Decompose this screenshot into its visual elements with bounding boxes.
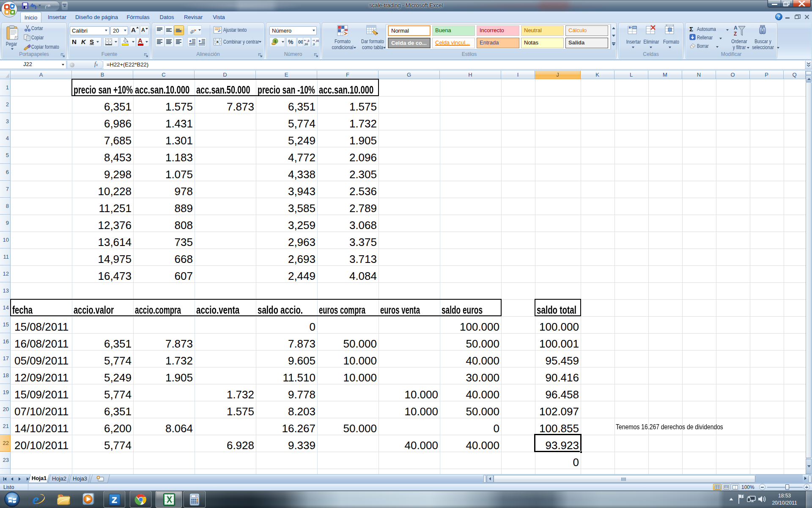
svg-text:,00: ,00 [304, 43, 308, 46]
svg-text:a: a [217, 40, 219, 44]
svg-text:,0: ,0 [307, 39, 310, 43]
svg-text:Z: Z [734, 31, 737, 37]
svg-text:0: 0 [195, 495, 197, 497]
svg-text:,0: ,0 [313, 43, 315, 46]
svg-text:e: e [33, 491, 39, 507]
svg-text:ab: ab [189, 28, 195, 34]
svg-text:,00: ,00 [315, 39, 319, 43]
svg-text:A: A [734, 25, 738, 31]
svg-text:?: ? [778, 14, 780, 20]
